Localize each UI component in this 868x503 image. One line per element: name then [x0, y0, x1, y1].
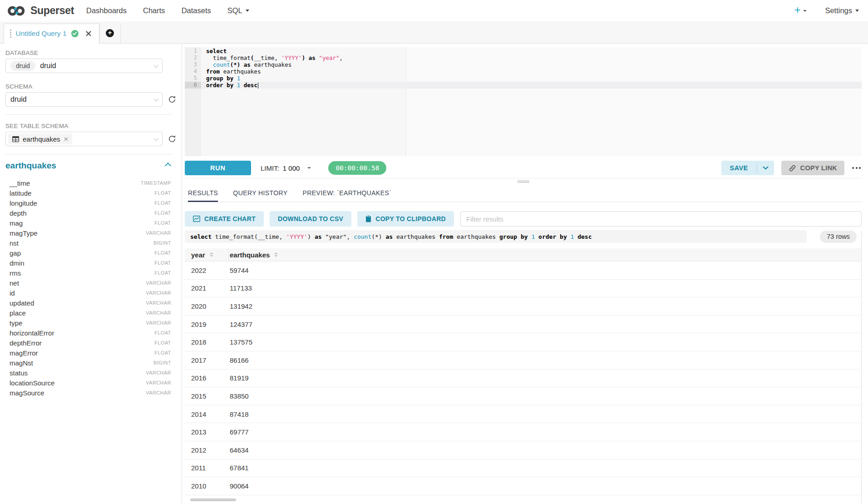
tab-untitled-query-1[interactable]: Untitled Query 1: [4, 24, 99, 44]
cell-earthquakes: 86166: [229, 356, 249, 364]
column-row: placeVARCHAR: [5, 308, 171, 318]
create-chart-button[interactable]: CREATE CHART: [185, 211, 264, 227]
save-button[interactable]: SAVE: [721, 161, 757, 175]
save-options-button[interactable]: [757, 161, 774, 175]
close-tab-icon[interactable]: [86, 31, 91, 36]
column-header-earthquakes[interactable]: earthquakes: [229, 248, 278, 261]
column-name: horizontalError: [10, 329, 54, 337]
more-actions-button[interactable]: [851, 164, 862, 172]
results-table-body: 2022597442021117133202013194220191243772…: [185, 261, 861, 495]
column-name: gap: [10, 249, 21, 257]
tab-results[interactable]: RESULTS: [188, 184, 218, 202]
cell-year: 2012: [185, 446, 229, 454]
results-table-header: year earthquakes: [185, 248, 861, 261]
add-tab-button[interactable]: +: [99, 23, 121, 43]
cell-year: 2015: [185, 392, 229, 400]
nav-item-dashboards[interactable]: Dashboards: [86, 6, 127, 15]
table-title: earthquakes: [5, 161, 56, 171]
collapse-table-icon[interactable]: [165, 163, 171, 169]
query-success-icon: [71, 30, 79, 37]
column-type: FLOAT: [154, 350, 171, 355]
column-row: magErrorFLOAT: [5, 348, 171, 358]
query-elapsed-badge: 00:00:00.58: [328, 161, 386, 175]
cell-year: 2017: [185, 356, 229, 364]
database-name: druid: [40, 62, 56, 70]
cell-earthquakes: 117133: [229, 284, 252, 292]
run-button[interactable]: RUN: [185, 161, 251, 175]
results-section: RESULTS QUERY HISTORY PREVIEW: `EARTHQUA…: [185, 178, 862, 503]
column-row: longitudeFLOAT: [5, 198, 171, 208]
settings-menu[interactable]: Settings: [825, 6, 859, 15]
table-row: 201090064: [185, 477, 861, 495]
table-row: 201786166: [185, 351, 861, 370]
column-name: type: [10, 319, 22, 327]
limit-dropdown[interactable]: LIMIT: 1 000: [261, 164, 311, 172]
column-name: place: [10, 309, 26, 317]
column-type: VARCHAR: [146, 230, 171, 236]
superset-infinity-icon: [6, 5, 26, 17]
column-name: id: [10, 289, 15, 297]
column-type: VARCHAR: [146, 290, 171, 296]
column-row: __timeTIMESTAMP: [5, 178, 171, 188]
remove-table-icon[interactable]: [64, 137, 68, 141]
line-number: 6: [185, 82, 201, 89]
results-actions: CREATE CHART DOWNLOAD TO CSV COPY TO CLI…: [185, 211, 862, 227]
superset-logo[interactable]: Superset: [6, 5, 74, 17]
sql-code-editor[interactable]: 123456 select time_format(__time, 'YYYY'…: [185, 47, 862, 156]
download-csv-button[interactable]: DOWNLOAD TO CSV: [270, 211, 351, 227]
refresh-tables-button[interactable]: [168, 134, 177, 143]
column-row: statusVARCHAR: [5, 368, 171, 378]
column-header-year[interactable]: year: [185, 248, 229, 261]
clipboard-icon: [365, 215, 371, 222]
column-name: mag: [10, 219, 23, 227]
run-toolbar: RUN LIMIT: 1 000 00:00:00.58 SAVE COPY L…: [185, 158, 862, 178]
drag-handle-icon[interactable]: [10, 30, 11, 38]
resize-handle[interactable]: [185, 178, 862, 184]
horizontal-scrollbar[interactable]: [190, 498, 236, 501]
column-name: magType: [10, 229, 38, 237]
cell-year: 2016: [185, 374, 229, 382]
column-name: nst: [10, 239, 19, 247]
column-name: dmin: [10, 259, 25, 267]
cell-earthquakes: 67841: [229, 464, 249, 472]
refresh-schema-button[interactable]: [168, 95, 177, 104]
column-type: VARCHAR: [146, 320, 171, 325]
nav-item-sql[interactable]: SQL: [227, 6, 249, 15]
chevron-down-icon: [855, 10, 859, 12]
database-select[interactable]: druid druid: [5, 59, 163, 73]
divider: [5, 114, 171, 115]
cell-year: 2019: [185, 321, 229, 328]
copy-link-button[interactable]: COPY LINK: [781, 161, 844, 175]
copy-clipboard-button[interactable]: COPY TO CLIPBOARD: [357, 211, 454, 227]
filter-results-input[interactable]: [460, 211, 862, 227]
column-name: net: [10, 279, 19, 287]
column-row: depthErrorFLOAT: [5, 338, 171, 348]
nav-item-charts[interactable]: Charts: [143, 6, 165, 15]
column-type: VARCHAR: [146, 390, 171, 395]
new-item-button[interactable]: +: [794, 6, 807, 15]
table-row: 201681919: [185, 370, 861, 388]
column-type: VARCHAR: [146, 310, 171, 316]
column-type: BIGINT: [153, 240, 171, 246]
column-name: depthError: [10, 339, 42, 347]
results-table: year earthquakes 20225974420211171332020…: [185, 248, 861, 495]
editor-code-area[interactable]: select time_format(__time, 'YYYY') as "y…: [201, 47, 862, 156]
cell-year: 2018: [185, 338, 229, 346]
column-row: magTypeVARCHAR: [5, 228, 171, 238]
chevron-down-icon: [153, 136, 158, 141]
table-select[interactable]: earthquakes: [5, 132, 163, 146]
nav-item-datasets[interactable]: Datasets: [182, 6, 211, 15]
executed-query-text: select time_format(__time, 'YYYY') as "y…: [185, 230, 807, 243]
editor-gutter: 123456: [185, 47, 201, 156]
schema-select[interactable]: druid: [5, 92, 163, 107]
column-type: FLOAT: [154, 220, 171, 226]
save-split-button: SAVE: [721, 161, 774, 175]
column-type: BIGINT: [153, 360, 171, 365]
chevron-down-icon: [153, 63, 158, 68]
tab-query-history[interactable]: QUERY HISTORY: [233, 184, 287, 202]
query-tabbar: Untitled Query 1 +: [0, 21, 868, 44]
tab-preview-earthquakes[interactable]: PREVIEW: `EARTHQUAKES`: [302, 184, 391, 202]
column-type: FLOAT: [154, 330, 171, 335]
nav-right: + Settings: [794, 6, 859, 15]
table-tag-label: earthquakes: [23, 135, 60, 143]
